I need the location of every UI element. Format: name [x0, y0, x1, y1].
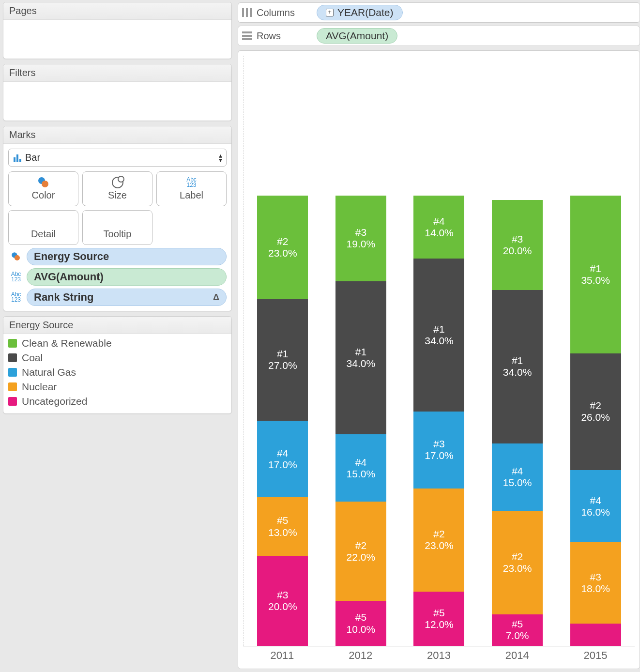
- x-axis-tick: 2011: [257, 649, 307, 662]
- rows-shelf[interactable]: Rows AVG(Amount): [238, 26, 640, 46]
- viz-area[interactable]: #223.0%#127.0%#417.0%#513.0%#320.0%#319.…: [238, 50, 640, 669]
- bar-segment[interactable]: #134.0%: [335, 281, 386, 434]
- pill-text: Rank String: [34, 291, 93, 304]
- legend-item[interactable]: Coal: [8, 351, 227, 365]
- bar-segment[interactable]: #318.0%: [570, 542, 621, 623]
- color-icon: [8, 251, 24, 262]
- bar-column[interactable]: #135.0%#226.0%#416.0%#318.0%: [570, 196, 621, 646]
- label-button-label: Label: [180, 190, 203, 201]
- size-icon: [112, 177, 123, 188]
- expand-icon[interactable]: +: [326, 9, 334, 16]
- label-button[interactable]: Abc123 Label: [156, 171, 227, 206]
- columns-shelf[interactable]: Columns + YEAR(Date): [238, 2, 640, 23]
- segment-rank-label: #2: [512, 551, 523, 563]
- rows-pill-avg-amount[interactable]: AVG(Amount): [317, 28, 397, 44]
- detail-button[interactable]: Detail: [8, 210, 78, 245]
- segment-value-label: 26.0%: [581, 412, 610, 423]
- legend-item-label: Nuclear: [22, 381, 57, 393]
- segment-rank-label: #3: [277, 589, 288, 601]
- color-button[interactable]: Color: [8, 171, 78, 206]
- mark-type-value: Bar: [25, 152, 40, 163]
- bar-segment[interactable]: #223.0%: [492, 511, 543, 614]
- bar-segment[interactable]: #135.0%: [570, 196, 621, 353]
- segment-value-label: 14.0%: [425, 227, 454, 239]
- legend-item[interactable]: Clean & Renewable: [8, 336, 227, 351]
- columns-pill-year-date[interactable]: + YEAR(Date): [317, 5, 403, 20]
- bar-segment[interactable]: #512.0%: [413, 592, 464, 646]
- segment-rank-label: #1: [355, 346, 366, 358]
- mark-type-select[interactable]: Bar ▴▾: [8, 149, 227, 167]
- segment-rank-label: #3: [512, 233, 523, 245]
- bar-segment[interactable]: #134.0%: [413, 259, 464, 412]
- bar-segment[interactable]: #319.0%: [335, 196, 386, 281]
- bar-segment[interactable]: #415.0%: [335, 434, 386, 502]
- legend-item[interactable]: Natural Gas: [8, 365, 227, 380]
- bar-segment[interactable]: #320.0%: [492, 200, 543, 290]
- segment-rank-label: #3: [355, 227, 366, 238]
- size-button[interactable]: Size: [82, 171, 152, 206]
- bar-column[interactable]: #414.0%#134.0%#317.0%#223.0%#512.0%: [413, 196, 464, 646]
- bar-segment[interactable]: #513.0%: [257, 497, 308, 556]
- bar-segment[interactable]: #226.0%: [570, 353, 621, 471]
- pill-text: AVG(Amount): [326, 30, 388, 42]
- bar-segment[interactable]: #415.0%: [492, 443, 543, 511]
- segment-rank-label: #1: [512, 355, 523, 367]
- segment-value-label: 12.0%: [425, 619, 454, 630]
- legend-item[interactable]: Uncategorized: [8, 394, 227, 409]
- legend-item[interactable]: Nuclear: [8, 380, 227, 394]
- segment-value-label: 13.0%: [268, 527, 297, 538]
- segment-value-label: 18.0%: [581, 583, 610, 595]
- bar-segment[interactable]: #317.0%: [413, 412, 464, 488]
- bar-column[interactable]: #223.0%#127.0%#417.0%#513.0%#320.0%: [257, 196, 308, 646]
- tooltip-button[interactable]: Tooltip: [82, 210, 152, 245]
- marks-pill-rank-string[interactable]: Rank String Δ: [27, 289, 227, 306]
- rows-icon: [242, 31, 252, 40]
- segment-value-label: 20.0%: [503, 245, 532, 257]
- color-icon: [38, 177, 49, 188]
- bar-segment[interactable]: #57.0%: [492, 614, 543, 646]
- segment-rank-label: #4: [590, 495, 601, 506]
- bar-segment[interactable]: #222.0%: [335, 502, 386, 601]
- columns-icon: [242, 8, 252, 17]
- legend-swatch: [8, 353, 17, 362]
- bar-column[interactable]: #320.0%#134.0%#415.0%#223.0%#57.0%: [492, 200, 543, 646]
- segment-rank-label: #5: [277, 515, 288, 526]
- bar-column[interactable]: #319.0%#134.0%#415.0%#222.0%#510.0%: [335, 196, 386, 646]
- segment-value-label: 34.0%: [347, 358, 376, 369]
- x-axis-tick: 2014: [492, 649, 543, 662]
- bar-segment[interactable]: #223.0%: [257, 196, 308, 299]
- legend-swatch: [8, 382, 17, 391]
- segment-value-label: 15.0%: [503, 477, 532, 489]
- bar-segment[interactable]: #223.0%: [413, 489, 464, 592]
- filters-drop-area[interactable]: [3, 82, 231, 121]
- marks-pill-avg-amount[interactable]: AVG(Amount): [27, 268, 227, 286]
- bar-segment[interactable]: #510.0%: [335, 601, 386, 646]
- color-button-label: Color: [32, 190, 55, 201]
- segment-rank-label: #4: [512, 465, 523, 477]
- segment-value-label: 34.0%: [503, 367, 532, 378]
- chevron-up-down-icon: ▴▾: [219, 153, 221, 162]
- marks-card: Marks Bar ▴▾ Color: [3, 126, 232, 311]
- bar-segment[interactable]: [570, 624, 621, 646]
- bar-segment[interactable]: #320.0%: [257, 556, 308, 646]
- segment-rank-label: #2: [277, 236, 288, 247]
- segment-value-label: 17.0%: [268, 459, 297, 471]
- marks-pill-energy-source[interactable]: Energy Source: [27, 248, 227, 265]
- bar-segment[interactable]: #134.0%: [492, 290, 543, 443]
- size-button-label: Size: [108, 190, 127, 201]
- bar-segment[interactable]: #414.0%: [413, 196, 464, 259]
- bar-segment[interactable]: #416.0%: [570, 470, 621, 542]
- legend-card: Energy Source Clean & RenewableCoalNatur…: [3, 316, 232, 414]
- bar-segment[interactable]: #127.0%: [257, 299, 308, 421]
- pages-label: Pages: [3, 2, 231, 20]
- segment-value-label: 16.0%: [581, 506, 610, 518]
- segment-value-label: 19.0%: [347, 238, 376, 250]
- abc-123-icon: Abc123: [8, 272, 24, 282]
- bar-segment[interactable]: #417.0%: [257, 421, 308, 497]
- segment-value-label: 20.0%: [268, 601, 297, 612]
- segment-value-label: 34.0%: [425, 335, 454, 347]
- pill-text: Energy Source: [34, 250, 109, 263]
- pages-drop-area[interactable]: [3, 20, 231, 59]
- segment-value-label: 15.0%: [347, 468, 376, 480]
- segment-rank-label: #3: [433, 438, 444, 450]
